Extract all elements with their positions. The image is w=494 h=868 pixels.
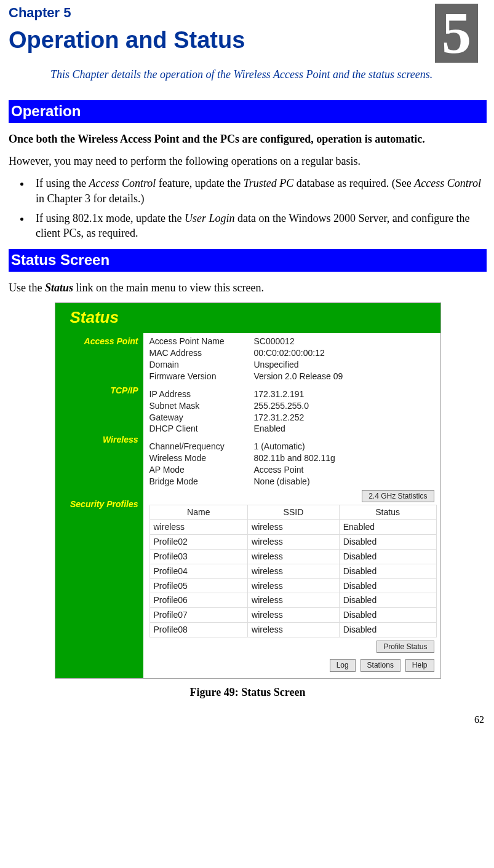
kv-key: Subnet Mask — [149, 400, 254, 412]
kv-key: DHCP Client — [149, 423, 254, 435]
table-row: Profile03wirelessDisabled — [149, 549, 436, 564]
cell: Profile07 — [149, 608, 248, 623]
cell: wireless — [248, 534, 340, 549]
kv-val: None (disable) — [254, 476, 437, 487]
text: If using 802.1x mode, update the — [36, 212, 185, 224]
cell: Disabled — [339, 578, 436, 593]
col-status: Status — [339, 505, 436, 520]
text: feature, update the — [156, 177, 243, 189]
list-item: If using the Access Control feature, upd… — [31, 176, 487, 206]
help-button[interactable]: Help — [405, 659, 434, 671]
kv-val: 802.11b and 802.11g — [254, 452, 437, 464]
list-item: If using 802.1x mode, update the User Lo… — [31, 211, 487, 241]
stats-button[interactable]: 2.4 GHz Statistics — [362, 490, 434, 502]
cell: wireless — [248, 623, 340, 637]
cell: Profile03 — [149, 549, 248, 564]
status-sidebar: Access Point TCP/IP Wireless Security Pr… — [55, 333, 143, 677]
cell: Disabled — [339, 564, 436, 578]
table-row: Profile06wirelessDisabled — [149, 593, 436, 608]
kv-val: Unspecified — [254, 359, 437, 371]
text: database as required. (See — [293, 177, 414, 189]
col-ssid: SSID — [248, 505, 340, 520]
text: in Chapter 3 for details.) — [36, 192, 144, 205]
page-number: 62 — [9, 713, 487, 727]
chapter-label: Chapter 5 — [9, 4, 487, 22]
figure-caption: Figure 49: Status Screen — [9, 685, 487, 700]
cell: Profile05 — [149, 578, 248, 593]
table-row: Profile08wirelessDisabled — [149, 623, 436, 637]
operation-summary: Once both the Wireless Access Point and … — [9, 132, 487, 146]
text: link on the main menu to view this scree… — [73, 282, 264, 294]
cell: Disabled — [339, 549, 436, 564]
cell: Disabled — [339, 534, 436, 549]
table-row: Profile04wirelessDisabled — [149, 564, 436, 578]
status-section-header: Status Screen — [9, 249, 487, 271]
profiles-table: Name SSID Status wirelesswirelessEnabled… — [149, 505, 437, 637]
sidebar-label-tcpip: TCP/IP — [55, 382, 141, 432]
access-point-block: Access Point NameSC000012 MAC Address00:… — [149, 336, 437, 382]
cell: Enabled — [339, 520, 436, 535]
kv-key: Bridge Mode — [149, 476, 254, 487]
kv-key: Gateway — [149, 412, 254, 424]
text: Access Control — [414, 177, 481, 189]
table-row: Profile07wirelessDisabled — [149, 608, 436, 623]
chapter-number-badge: 5 — [435, 4, 478, 63]
cell: wireless — [248, 608, 340, 623]
sidebar-label-security-profiles: Security Profiles — [55, 496, 141, 510]
text: User Login — [185, 212, 235, 224]
text: Status — [45, 282, 73, 294]
operation-section-header: Operation — [9, 100, 487, 122]
kv-key: Firmware Version — [149, 371, 254, 382]
cell: wireless — [248, 593, 340, 608]
table-row: wirelesswirelessEnabled — [149, 520, 436, 535]
cell: Profile06 — [149, 593, 248, 608]
status-main: Access Point NameSC000012 MAC Address00:… — [143, 333, 440, 677]
kv-key: IP Address — [149, 389, 254, 400]
text: Access Control — [89, 177, 156, 189]
kv-key: AP Mode — [149, 464, 254, 476]
status-title: Status — [55, 303, 440, 333]
text: If using the — [36, 177, 89, 189]
kv-val: 1 (Automatic) — [254, 441, 437, 452]
cell: wireless — [248, 520, 340, 535]
operation-list: If using the Access Control feature, upd… — [31, 176, 487, 240]
cell: Disabled — [339, 593, 436, 608]
table-row: Profile02wirelessDisabled — [149, 534, 436, 549]
kv-val: 172.31.2.191 — [254, 389, 437, 400]
cell: wireless — [149, 520, 248, 535]
chapter-intro: This Chapter details the operation of th… — [50, 67, 462, 82]
kv-key: Access Point Name — [149, 336, 254, 347]
kv-val: Access Point — [254, 464, 437, 476]
status-intro: Use the Status link on the main menu to … — [9, 280, 487, 295]
cell: Profile02 — [149, 534, 248, 549]
profile-status-button[interactable]: Profile Status — [376, 641, 434, 653]
kv-val: 172.31.2.252 — [254, 412, 437, 424]
kv-key: Wireless Mode — [149, 452, 254, 464]
cell: wireless — [248, 564, 340, 578]
kv-val: Enabled — [254, 423, 437, 435]
stations-button[interactable]: Stations — [361, 659, 400, 671]
cell: Profile04 — [149, 564, 248, 578]
operation-note: However, you may need to perform the fol… — [9, 154, 487, 168]
cell: wireless — [248, 549, 340, 564]
cell: Disabled — [339, 623, 436, 637]
text: Use the — [9, 282, 45, 294]
status-screen: Status Access Point TCP/IP Wireless Secu… — [55, 302, 441, 678]
cell: Disabled — [339, 608, 436, 623]
kv-val: 00:C0:02:00:00:12 — [254, 347, 437, 359]
sidebar-label-access-point: Access Point — [55, 333, 141, 382]
log-button[interactable]: Log — [330, 659, 356, 671]
chapter-title: Operation and Status — [9, 25, 487, 56]
table-row: Profile05wirelessDisabled — [149, 578, 436, 593]
cell: wireless — [248, 578, 340, 593]
text: Trusted PC — [244, 177, 294, 189]
kv-key: Domain — [149, 359, 254, 371]
kv-key: MAC Address — [149, 347, 254, 359]
kv-key: Channel/Frequency — [149, 441, 254, 452]
kv-val: Version 2.0 Release 09 — [254, 371, 437, 382]
kv-val: 255.255.255.0 — [254, 400, 437, 412]
sidebar-label-wireless: Wireless — [55, 432, 141, 496]
cell: Profile08 — [149, 623, 248, 637]
wireless-block: Channel/Frequency1 (Automatic) Wireless … — [149, 441, 437, 487]
kv-val: SC000012 — [254, 336, 437, 347]
